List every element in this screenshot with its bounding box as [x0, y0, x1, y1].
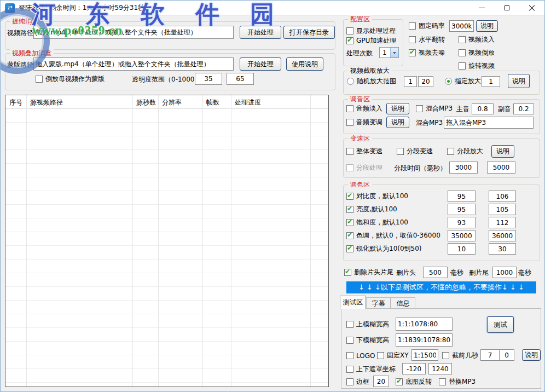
tab-subtitle[interactable]: 字幕	[366, 297, 391, 309]
saturation-min-input[interactable]	[448, 217, 476, 228]
saturation-max-input[interactable]	[489, 217, 516, 228]
fixed-xy-input[interactable]	[411, 349, 438, 361]
opacity-min-input[interactable]	[195, 73, 222, 85]
cut-seconds-input-2[interactable]	[499, 349, 514, 361]
checkbox-label: 倒放母视频作为蒙版	[45, 74, 105, 84]
checkbox-label: 视频去噪	[419, 48, 445, 57]
titlebar: 登陆成功! 剩余时间：1天23小时59分31秒	[1, 1, 544, 16]
group-audio-title: 调音区	[348, 95, 372, 103]
checkbox-logo[interactable]: LOGO	[346, 351, 375, 360]
segment-time-min-input[interactable]	[449, 162, 478, 174]
test-button[interactable]: 测试	[487, 316, 514, 333]
purify-path-input[interactable]	[33, 26, 234, 39]
maximize-button[interactable]	[494, 1, 519, 16]
purify-start-button[interactable]: 开始处理	[240, 26, 281, 39]
checkbox-cut-first-seconds[interactable]: 截前几秒	[442, 351, 478, 360]
audio-pitch-help-button[interactable]: 说明	[386, 117, 409, 128]
sharpen-max-input[interactable]	[489, 243, 516, 255]
checkbox-invert-base[interactable]: 底图反转	[396, 378, 432, 386]
overlay-help-button[interactable]: 使用说明	[286, 57, 323, 71]
mask-coord-input-2[interactable]	[428, 363, 452, 374]
table-header-frames[interactable]: 帧数	[202, 95, 231, 109]
table-header-progress[interactable]: 处理进度	[231, 95, 310, 109]
checkbox-saturation[interactable]: 饱和度，默认100	[346, 218, 408, 227]
radio-icon	[347, 78, 354, 85]
top-blur-input[interactable]	[396, 318, 453, 331]
checkbox-overall-speed[interactable]: 整体变速	[346, 147, 382, 155]
checkbox-segment-process[interactable]: 分段处理	[346, 164, 382, 172]
mask-coord-input-1[interactable]	[402, 363, 426, 374]
bitrate-input[interactable]	[449, 20, 474, 32]
checkbox-mix-mp3[interactable]: 混合MP3	[416, 105, 453, 113]
checkbox-video-fadein[interactable]: 视频淡入	[459, 36, 495, 44]
bottom-blur-input[interactable]	[396, 333, 453, 347]
group-crop-zoom-title: 视频截取放大	[348, 67, 392, 74]
speed-help-button[interactable]: 说明	[491, 145, 514, 158]
tab-info[interactable]: 信息	[391, 297, 415, 309]
radio-fixed-zoom[interactable]: 指定放大	[445, 77, 481, 85]
sharpen-min-input[interactable]	[448, 243, 476, 255]
audio-fadein-help-button[interactable]: 说明	[386, 103, 409, 114]
trim-tail-input[interactable]	[492, 267, 517, 278]
minimize-button[interactable]	[469, 1, 494, 16]
close-button[interactable]	[519, 1, 544, 16]
checkbox-hue[interactable]: 色调，默认0，取值0-36000	[346, 232, 440, 240]
brightness-max-input[interactable]	[489, 204, 516, 215]
group-overlay-title: 视频叠加消重	[10, 49, 54, 57]
mix-mp3-input[interactable]	[444, 117, 534, 129]
purify-open-dir-button[interactable]: 打开保存目录	[283, 26, 335, 39]
checkbox-bottom-blur[interactable]: 下模糊宽高	[346, 336, 389, 344]
checkbox-audio-pitch[interactable]: 音频变调	[346, 118, 382, 126]
random-zoom-max-input[interactable]	[418, 76, 433, 87]
random-zoom-min-input[interactable]	[404, 76, 417, 87]
fixed-zoom-input[interactable]	[482, 76, 500, 87]
table-header-source-path[interactable]: 源视频路径	[26, 95, 132, 109]
checkbox-video-reverse[interactable]: 视频倒放	[459, 49, 495, 57]
contrast-max-input[interactable]	[489, 191, 516, 202]
checkbox-horizontal-flip[interactable]: 水平翻转	[409, 36, 445, 44]
segment-time-max-input[interactable]	[487, 162, 515, 174]
overlay-start-button[interactable]: 开始处理	[240, 57, 281, 71]
brightness-min-input[interactable]	[448, 204, 476, 215]
checkbox-fixed-bitrate[interactable]: 固定码率	[409, 22, 445, 30]
process-times-select[interactable]: 1	[379, 47, 399, 58]
checkbox-reverse-mask[interactable]: 倒放母视频作为蒙版	[36, 75, 105, 83]
config-help-button[interactable]: 说明	[476, 20, 498, 32]
table-column-divider	[132, 95, 133, 387]
crop-help-button[interactable]: 说明	[508, 74, 530, 88]
hue-max-input[interactable]	[489, 230, 516, 241]
checkbox-label: 删除片头片尾	[354, 268, 393, 277]
contrast-min-input[interactable]	[448, 191, 476, 202]
main-volume-input[interactable]	[472, 103, 494, 114]
border-width-input[interactable]	[373, 376, 389, 387]
hue-min-input[interactable]	[448, 230, 476, 241]
sub-volume-input[interactable]	[513, 103, 534, 114]
checkbox-sharpen[interactable]: 锐化默认为10(0到50)	[346, 245, 422, 253]
checkbox-audio-fadein[interactable]: 音频淡入	[346, 105, 382, 113]
overlay-path-input[interactable]	[33, 57, 234, 71]
test-help-button[interactable]: 说明	[522, 349, 541, 361]
checkbox-fixed-xy[interactable]: 固定XY	[377, 351, 409, 360]
checkbox-border[interactable]: 边框	[346, 378, 369, 386]
tab-test-area[interactable]: 测试区	[340, 296, 366, 309]
cut-seconds-input-1[interactable]	[480, 349, 500, 361]
checkbox-brightness[interactable]: 亮度,默认100	[346, 205, 397, 214]
checkbox-rotate-video[interactable]: 旋转视频	[459, 62, 495, 70]
checkbox-denoise[interactable]: 视频去噪	[409, 49, 445, 57]
radio-random-zoom[interactable]: 随机放大范围	[347, 77, 396, 85]
checkbox-mask-coords[interactable]: 上下遮罩坐标	[346, 365, 396, 373]
checkbox-contrast[interactable]: 对比度，默认100	[346, 192, 408, 200]
checkbox-show-process[interactable]: 显示处理过程	[346, 27, 396, 35]
checkbox-replace-mp3[interactable]: 替换MP3	[439, 378, 476, 386]
opacity-max-input[interactable]	[227, 73, 254, 85]
checkbox-top-blur[interactable]: 上模糊宽高	[346, 320, 389, 328]
checkbox-gpu-accelerate[interactable]: GPU加速处理	[346, 37, 396, 45]
table-header-seconds[interactable]: 源秒数	[132, 95, 158, 109]
checkbox-icon	[346, 148, 353, 155]
table-header-index[interactable]: 序号	[5, 95, 26, 109]
table-header-resolution[interactable]: 分辨率	[158, 95, 202, 109]
checkbox-trim-head-tail[interactable]: 删除片头片尾	[344, 268, 393, 276]
trim-head-input[interactable]	[423, 267, 448, 278]
checkbox-segment-zoom[interactable]: 分段放大	[447, 147, 483, 155]
checkbox-segment-speed[interactable]: 分段变速	[397, 147, 433, 155]
